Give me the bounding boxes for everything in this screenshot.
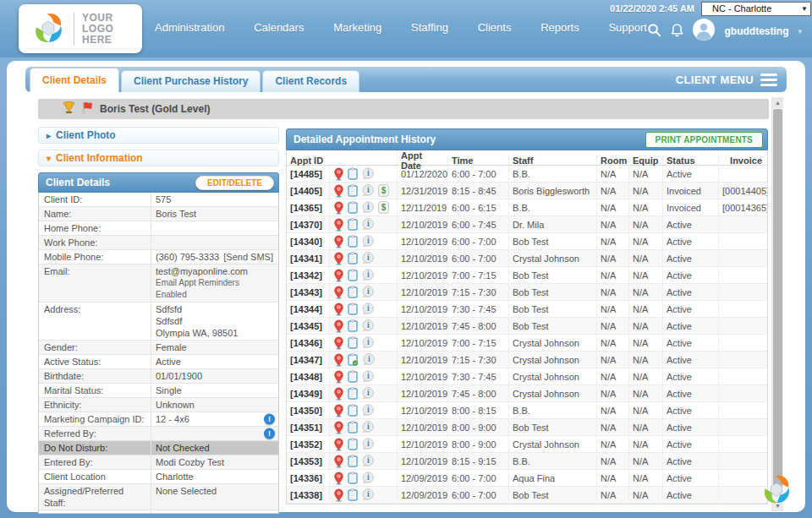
nav-item-staffing[interactable]: Staffing: [411, 21, 448, 34]
notes-icon[interactable]: [348, 252, 358, 264]
chevron-down-icon[interactable]: ▾: [798, 27, 802, 35]
invoice-dollar-icon[interactable]: $: [378, 201, 389, 214]
tab-client-purchase-history[interactable]: Client Purchase History: [121, 70, 261, 92]
nav-item-calendars[interactable]: Calendars: [254, 21, 304, 34]
location-pin-icon[interactable]: [333, 269, 344, 282]
section-client-photo[interactable]: ▸ Client Photo: [38, 127, 279, 144]
notes-icon[interactable]: [348, 303, 358, 315]
info-icon[interactable]: i: [361, 184, 375, 197]
location-pin-icon[interactable]: [333, 404, 344, 417]
scrollbar[interactable]: ▲ ▼: [771, 97, 783, 511]
notes-icon[interactable]: [348, 438, 358, 450]
notes-icon[interactable]: [348, 201, 358, 214]
notes-icon[interactable]: [348, 235, 358, 248]
info-icon[interactable]: i: [361, 167, 375, 180]
field-value: [151, 221, 278, 235]
notes-icon[interactable]: [348, 269, 358, 281]
appt-staff: Dr. Mila: [508, 216, 596, 232]
notes-icon[interactable]: [348, 370, 358, 383]
nav-item-clients[interactable]: Clients: [478, 21, 512, 34]
info-icon[interactable]: i: [361, 286, 375, 298]
logo[interactable]: YOUR LOGO HERE: [19, 4, 142, 53]
notes-icon[interactable]: [348, 218, 358, 231]
location-pin-icon[interactable]: [333, 421, 344, 434]
location-pin-icon[interactable]: [333, 319, 344, 333]
notes-icon[interactable]: [348, 184, 358, 197]
notes-icon[interactable]: [348, 421, 358, 433]
location-pin-icon[interactable]: [333, 472, 344, 485]
edit-delete-button[interactable]: EDIT/DELETE: [195, 176, 274, 190]
info-icon[interactable]: i: [361, 421, 375, 433]
location-select[interactable]: NC - Charlotte ▼: [701, 2, 811, 16]
avatar[interactable]: [693, 19, 715, 44]
scroll-up-button[interactable]: ▲: [772, 97, 783, 108]
info-icon[interactable]: i: [361, 455, 375, 467]
location-pin-icon[interactable]: [333, 252, 344, 265]
appt-invoice: [718, 402, 767, 418]
appt-id: [14343]: [287, 284, 329, 300]
info-icon[interactable]: i: [361, 387, 375, 400]
client-menu-button[interactable]: CLIENT MENU: [676, 67, 787, 92]
svg-text:i: i: [367, 423, 370, 431]
info-icon[interactable]: i: [361, 218, 375, 231]
appt-invoice: [718, 453, 767, 469]
location-pin-icon[interactable]: [333, 201, 344, 215]
info-icon[interactable]: i: [361, 319, 375, 332]
bell-icon[interactable]: [671, 23, 683, 41]
section-client-information[interactable]: ▾ Client Information: [38, 150, 279, 166]
nav-item-marketing[interactable]: Marketing: [333, 21, 381, 34]
notes-icon[interactable]: [348, 488, 358, 501]
print-appointments-button[interactable]: PRINT APPOINTMENTS: [645, 132, 763, 148]
info-icon[interactable]: i: [361, 252, 375, 264]
info-icon[interactable]: i: [361, 472, 375, 484]
info-icon[interactable]: i: [362, 353, 376, 366]
location-pin-icon[interactable]: [333, 455, 344, 468]
notes-icon[interactable]: [348, 167, 358, 180]
invoice-dollar-icon[interactable]: $: [378, 184, 389, 197]
info-icon[interactable]: i: [361, 488, 375, 501]
notes-checked-icon[interactable]: [348, 353, 359, 366]
location-pin-icon[interactable]: [333, 286, 344, 299]
tab-client-details[interactable]: Client Details: [30, 68, 119, 92]
notes-icon[interactable]: [348, 404, 358, 417]
nav-item-reports[interactable]: Reports: [540, 21, 579, 34]
notes-icon[interactable]: [348, 336, 358, 349]
location-pin-icon[interactable]: [333, 438, 344, 451]
location-pin-icon[interactable]: [333, 353, 344, 367]
notes-icon[interactable]: [348, 387, 358, 400]
appt-actions: i$: [329, 183, 397, 199]
search-icon[interactable]: [647, 23, 661, 41]
notes-icon[interactable]: [348, 319, 358, 332]
info-icon[interactable]: i: [361, 336, 375, 349]
location-pin-icon[interactable]: [333, 488, 344, 502]
info-icon[interactable]: i: [361, 404, 375, 417]
send-sms-link[interactable]: [Send SMS]: [223, 251, 273, 263]
location-pin-icon[interactable]: [333, 184, 344, 198]
info-badge-icon[interactable]: !: [264, 414, 275, 425]
location-pin-icon[interactable]: [333, 387, 344, 401]
info-icon[interactable]: i: [361, 370, 375, 383]
location-pin-icon[interactable]: [333, 218, 344, 232]
notes-icon[interactable]: [348, 455, 358, 467]
location-pin-icon[interactable]: [333, 370, 344, 384]
nav-item-administration[interactable]: Administration: [155, 21, 224, 34]
appt-actions: i: [329, 250, 397, 266]
username[interactable]: gbuddtesting: [724, 25, 788, 37]
info-icon[interactable]: i: [361, 303, 375, 315]
notes-icon[interactable]: [348, 286, 358, 298]
info-badge-icon[interactable]: !: [264, 428, 275, 439]
tab-client-records[interactable]: Client Records: [262, 70, 359, 92]
info-icon[interactable]: i: [361, 201, 375, 214]
info-icon[interactable]: i: [361, 438, 375, 450]
appt-actions: i: [329, 470, 397, 486]
notes-icon[interactable]: [348, 472, 358, 484]
location-pin-icon[interactable]: [333, 167, 344, 181]
scrollbar-thumb[interactable]: [773, 109, 782, 488]
nav-item-support[interactable]: Support: [608, 21, 647, 34]
appt-date: 12/10/2019: [397, 301, 447, 317]
location-pin-icon[interactable]: [333, 235, 344, 248]
info-icon[interactable]: i: [361, 269, 375, 281]
info-icon[interactable]: i: [361, 235, 375, 248]
location-pin-icon[interactable]: [333, 336, 344, 350]
location-pin-icon[interactable]: [333, 303, 344, 316]
